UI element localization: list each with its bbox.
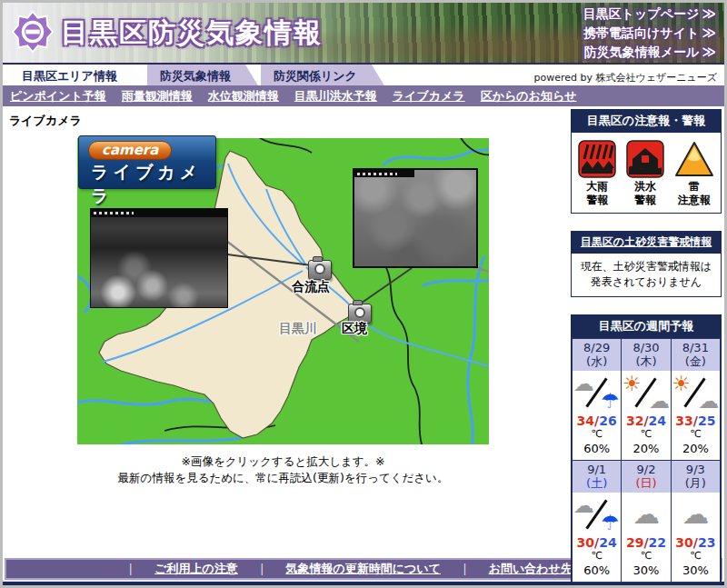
forecast-date: 9/3(月) xyxy=(672,461,720,493)
weather-icon: ☀☁☂☁☁ xyxy=(672,374,719,412)
forecast-day: 9/3(月) ☀☁☂☁☁ 30/23 ℃ 30% xyxy=(671,461,720,583)
warning-label: 大雨 xyxy=(586,180,608,193)
banner-label: ライブカメラ xyxy=(91,161,215,208)
landslide-info-link[interactable]: 目黒区の土砂災害警戒情報 xyxy=(581,235,712,248)
footer-link-update-times[interactable]: 気象情報の更新時間について xyxy=(285,561,441,577)
page-title: ライブカメラ xyxy=(9,113,82,129)
header: 目黒区防災気象情報 目黒区トップページ≫ 携帯電話向けサイト≫ 防災気象情報メー… xyxy=(3,3,724,65)
subnav-water-level-observation[interactable]: 水位観測情報 xyxy=(208,88,279,105)
warning-item: 大雨 警報 xyxy=(578,140,616,207)
temp-unit: ℃ xyxy=(622,428,670,440)
warning-label: 雷 xyxy=(689,180,700,193)
subnav: ピンポイント予報 雨量観測情報 水位観測情報 目黒川洪水予報 ライブカメラ 区か… xyxy=(3,85,724,106)
note-line: ※画像をクリックすると拡大します。※ xyxy=(77,453,489,470)
header-link-meguro-top[interactable]: 目黒区トップページ≫ xyxy=(581,5,719,23)
cloud-icon: ☁ xyxy=(573,374,594,394)
tab-bar: 目黒区エリア情報 防災気象情報 防災関係リンク powered by 株式会社ウ… xyxy=(3,65,724,85)
forecast-day: 9/2(日) ☀☁☂☁☁ 29/22 ℃ 30% xyxy=(622,461,671,583)
timestamp-bar xyxy=(354,170,414,177)
footer-separator: ｜ xyxy=(256,561,268,577)
footer-separator: ｜ xyxy=(124,561,136,577)
forecast-temps: 30/24 xyxy=(573,535,621,550)
double-chevron-icon: ≫ xyxy=(702,44,716,60)
warning-label: 注意報 xyxy=(678,194,711,206)
weather-icon: ☀☁☂☁☁ xyxy=(622,495,670,533)
subnav-rainfall-observation[interactable]: 雨量観測情報 xyxy=(122,88,193,105)
warning-label: 警報 xyxy=(634,194,656,206)
footer-link-contact[interactable]: お問い合わせ先 xyxy=(489,561,573,577)
forecast-day: 9/1(土) ☀☁☂☁☁ 30/24 ℃ 60% xyxy=(573,461,622,583)
temp-unit: ℃ xyxy=(672,550,720,562)
sun-icon: ☀ xyxy=(672,374,691,394)
warning-label: 警報 xyxy=(586,194,608,206)
heavy-rain-warning-icon xyxy=(578,140,616,178)
camera-badge: camera xyxy=(88,141,172,160)
cloud-icon: ☁ xyxy=(649,391,670,412)
forecast-date: 8/29(水) xyxy=(573,339,621,371)
cloud-icon: ☁ xyxy=(698,391,719,412)
tab-disaster-weather-info[interactable]: 防災気象情報 xyxy=(147,65,258,85)
forecast-date: 8/30(木) xyxy=(622,339,670,371)
weather-icon: ☀☁☂☁☁ xyxy=(622,374,670,412)
live-camera-map: camera ライブカメラ 合流点 区境 目黒川 xyxy=(77,138,489,444)
subnav-live-camera[interactable]: ライブカメラ xyxy=(393,88,465,105)
camera-thumbnail-confluence[interactable] xyxy=(90,208,228,308)
precip-probability: 60% xyxy=(573,440,621,460)
camera-icon-confluence xyxy=(308,260,332,280)
temp-unit: ℃ xyxy=(573,550,621,562)
subnav-ward-news[interactable]: 区からのお知らせ xyxy=(481,88,577,105)
double-chevron-icon: ≫ xyxy=(702,5,716,22)
umbrella-icon: ☂ xyxy=(601,391,620,412)
cloud-icon: ☁ xyxy=(632,501,660,528)
weather-icon: ☀☁☂☁☁ xyxy=(573,374,621,412)
subnav-meguro-river-flood-forecast[interactable]: 目黒川洪水予報 xyxy=(294,88,377,105)
weather-icon: ☀☁☂☁☁ xyxy=(672,495,719,533)
sun-icon: ☀ xyxy=(622,374,642,394)
warning-item: 洪水 警報 xyxy=(626,140,664,207)
subnav-pinpoint-forecast[interactable]: ピンポイント予報 xyxy=(10,88,106,105)
cloud-icon: ☁ xyxy=(573,495,594,516)
forecast-date: 9/1(土) xyxy=(573,461,621,493)
note-line: 最新の情報を見るために、常に再読込(更新)を行ってください。 xyxy=(77,470,489,486)
meguro-emblem-logo xyxy=(12,11,54,56)
umbrella-icon: ☂ xyxy=(601,513,620,533)
camera-thumbnail-boundary[interactable] xyxy=(353,168,478,268)
precip-probability: 20% xyxy=(622,440,670,460)
footer-link-usage-notes[interactable]: ご利用上の注意 xyxy=(154,561,238,577)
cloud-icon: ☁ xyxy=(682,501,709,528)
map-label-river: 目黒川 xyxy=(279,321,317,337)
map-label-boundary: 区境 xyxy=(342,321,367,337)
double-chevron-icon: ≫ xyxy=(702,25,716,41)
page: 目黒区防災気象情報 目黒区トップページ≫ 携帯電話向けサイト≫ 防災気象情報メー… xyxy=(0,0,727,588)
landslide-box-header: 目黒区の土砂災害警戒情報 xyxy=(572,232,721,254)
forecast-temps: 30/23 xyxy=(672,535,720,550)
forecast-temps: 32/24 xyxy=(622,414,670,428)
warnings-box-title: 目黒区の注意報・警報 xyxy=(572,110,721,133)
map-label-confluence: 合流点 xyxy=(292,279,330,295)
header-link-weather-mail[interactable]: 防災気象情報メール≫ xyxy=(581,43,719,61)
timestamp-bar xyxy=(91,209,227,217)
forecast-date: 9/2(日) xyxy=(622,461,670,493)
precip-probability: 20% xyxy=(672,440,720,460)
precip-probability: 60% xyxy=(573,562,621,582)
tab-meguro-area-info[interactable]: 目黒区エリア情報 xyxy=(9,65,144,85)
weekly-forecast-box: 目黒区の週間予報 8/29(水) ☀☁☂☁☁ 34/26 ℃ 60% 8/30(… xyxy=(571,314,722,583)
warning-label: 洪水 xyxy=(634,180,656,193)
precip-probability: 30% xyxy=(672,562,720,582)
precip-probability: 30% xyxy=(622,562,670,582)
temp-unit: ℃ xyxy=(672,428,720,440)
forecast-temps: 29/22 xyxy=(622,535,670,550)
tab-disaster-links[interactable]: 防災関係リンク xyxy=(261,65,384,85)
forecast-day: 8/29(水) ☀☁☂☁☁ 34/26 ℃ 60% xyxy=(573,339,622,461)
forecast-box-title: 目黒区の週間予報 xyxy=(572,315,721,338)
usage-notes: ※画像をクリックすると拡大します。※ 最新の情報を見るために、常に再読込(更新)… xyxy=(77,453,489,486)
header-link-mobile-site[interactable]: 携帯電話向けサイト≫ xyxy=(581,24,719,42)
warning-item: 雷 注意報 xyxy=(674,140,714,207)
live-camera-banner: camera ライブカメラ xyxy=(78,135,216,189)
site-title: 目黒区防災気象情報 xyxy=(61,15,323,52)
forecast-table: 8/29(水) ☀☁☂☁☁ 34/26 ℃ 60% 8/30(木) ☀☁☂☁☁ … xyxy=(572,338,721,583)
temp-unit: ℃ xyxy=(573,428,621,440)
forecast-temps: 33/25 xyxy=(672,414,720,428)
header-links: 目黒区トップページ≫ 携帯電話向けサイト≫ 防災気象情報メール≫ xyxy=(581,5,719,62)
landslide-box: 目黒区の土砂災害警戒情報 現在、土砂災害警戒情報は 発表されておりません xyxy=(571,231,722,297)
